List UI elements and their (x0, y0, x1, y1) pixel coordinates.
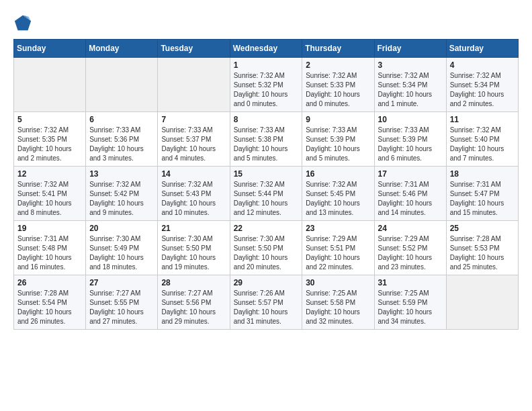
day-info: Sunrise: 7:32 AM Sunset: 5:41 PM Dayligh… (17, 180, 82, 218)
header-cell-friday: Friday (374, 40, 446, 58)
day-cell: 21Sunrise: 7:30 AM Sunset: 5:50 PM Dayli… (158, 221, 230, 275)
day-cell: 11Sunrise: 7:32 AM Sunset: 5:40 PM Dayli… (446, 112, 518, 167)
day-cell: 7Sunrise: 7:33 AM Sunset: 5:37 PM Daylig… (158, 112, 230, 167)
day-cell: 3Sunrise: 7:32 AM Sunset: 5:34 PM Daylig… (374, 58, 446, 112)
day-cell: 13Sunrise: 7:32 AM Sunset: 5:42 PM Dayli… (86, 167, 158, 221)
day-info: Sunrise: 7:30 AM Sunset: 5:50 PM Dayligh… (161, 234, 226, 272)
day-number: 26 (17, 278, 82, 287)
day-number: 28 (161, 278, 226, 287)
day-info: Sunrise: 7:27 AM Sunset: 5:55 PM Dayligh… (89, 289, 154, 326)
day-info: Sunrise: 7:32 AM Sunset: 5:32 PM Dayligh… (234, 71, 299, 109)
day-cell: 15Sunrise: 7:32 AM Sunset: 5:44 PM Dayli… (230, 167, 302, 221)
day-info: Sunrise: 7:32 AM Sunset: 5:33 PM Dayligh… (306, 71, 370, 109)
day-number: 17 (378, 169, 443, 179)
day-cell: 24Sunrise: 7:29 AM Sunset: 5:52 PM Dayli… (374, 221, 446, 275)
header-cell-saturday: Saturday (446, 40, 518, 58)
header-cell-sunday: Sunday (14, 40, 86, 58)
day-number: 29 (234, 278, 299, 287)
day-number: 20 (89, 224, 154, 233)
calendar-body: 1Sunrise: 7:32 AM Sunset: 5:32 PM Daylig… (14, 58, 519, 330)
day-cell (446, 275, 518, 330)
day-info: Sunrise: 7:30 AM Sunset: 5:49 PM Dayligh… (89, 234, 154, 272)
day-number: 4 (450, 60, 515, 70)
day-info: Sunrise: 7:30 AM Sunset: 5:50 PM Dayligh… (234, 234, 299, 272)
day-number: 21 (161, 224, 226, 233)
day-info: Sunrise: 7:32 AM Sunset: 5:45 PM Dayligh… (306, 180, 370, 218)
day-cell: 29Sunrise: 7:26 AM Sunset: 5:57 PM Dayli… (230, 275, 302, 330)
day-cell: 8Sunrise: 7:33 AM Sunset: 5:38 PM Daylig… (230, 112, 302, 167)
day-info: Sunrise: 7:32 AM Sunset: 5:34 PM Dayligh… (450, 71, 515, 109)
day-number: 24 (378, 224, 443, 233)
header-cell-thursday: Thursday (302, 40, 374, 58)
day-cell: 9Sunrise: 7:33 AM Sunset: 5:39 PM Daylig… (302, 112, 374, 167)
day-info: Sunrise: 7:33 AM Sunset: 5:38 PM Dayligh… (234, 126, 299, 163)
day-number: 13 (89, 169, 154, 179)
logo (13, 13, 35, 32)
day-info: Sunrise: 7:31 AM Sunset: 5:46 PM Dayligh… (378, 180, 443, 218)
day-number: 10 (378, 115, 443, 124)
week-row-5: 26Sunrise: 7:28 AM Sunset: 5:54 PM Dayli… (14, 275, 519, 330)
day-info: Sunrise: 7:32 AM Sunset: 5:43 PM Dayligh… (161, 180, 226, 218)
day-info: Sunrise: 7:31 AM Sunset: 5:47 PM Dayligh… (450, 180, 515, 218)
header (13, 13, 519, 32)
day-info: Sunrise: 7:32 AM Sunset: 5:44 PM Dayligh… (234, 180, 299, 218)
day-number: 14 (161, 169, 226, 179)
day-number: 25 (450, 224, 515, 233)
day-cell: 12Sunrise: 7:32 AM Sunset: 5:41 PM Dayli… (14, 167, 86, 221)
day-cell (14, 58, 86, 112)
day-info: Sunrise: 7:33 AM Sunset: 5:39 PM Dayligh… (306, 126, 370, 163)
day-number: 6 (89, 115, 154, 124)
header-cell-wednesday: Wednesday (230, 40, 302, 58)
day-info: Sunrise: 7:33 AM Sunset: 5:39 PM Dayligh… (378, 126, 443, 163)
day-info: Sunrise: 7:28 AM Sunset: 5:53 PM Dayligh… (450, 234, 515, 272)
day-number: 5 (17, 115, 82, 124)
day-cell: 26Sunrise: 7:28 AM Sunset: 5:54 PM Dayli… (14, 275, 86, 330)
day-cell: 18Sunrise: 7:31 AM Sunset: 5:47 PM Dayli… (446, 167, 518, 221)
day-cell: 16Sunrise: 7:32 AM Sunset: 5:45 PM Dayli… (302, 167, 374, 221)
day-number: 8 (234, 115, 299, 124)
day-cell: 5Sunrise: 7:32 AM Sunset: 5:35 PM Daylig… (14, 112, 86, 167)
day-info: Sunrise: 7:29 AM Sunset: 5:51 PM Dayligh… (306, 234, 370, 272)
header-cell-tuesday: Tuesday (158, 40, 230, 58)
header-row: SundayMondayTuesdayWednesdayThursdayFrid… (14, 40, 519, 58)
day-cell: 27Sunrise: 7:27 AM Sunset: 5:55 PM Dayli… (86, 275, 158, 330)
day-cell: 2Sunrise: 7:32 AM Sunset: 5:33 PM Daylig… (302, 58, 374, 112)
day-number: 2 (306, 60, 370, 70)
day-cell: 28Sunrise: 7:27 AM Sunset: 5:56 PM Dayli… (158, 275, 230, 330)
day-number: 12 (17, 169, 82, 179)
day-number: 18 (450, 169, 515, 179)
day-cell: 14Sunrise: 7:32 AM Sunset: 5:43 PM Dayli… (158, 167, 230, 221)
day-cell: 10Sunrise: 7:33 AM Sunset: 5:39 PM Dayli… (374, 112, 446, 167)
day-number: 22 (234, 224, 299, 233)
day-cell: 6Sunrise: 7:33 AM Sunset: 5:36 PM Daylig… (86, 112, 158, 167)
day-number: 23 (306, 224, 370, 233)
day-number: 1 (234, 60, 299, 70)
day-info: Sunrise: 7:33 AM Sunset: 5:37 PM Dayligh… (161, 126, 226, 163)
day-number: 19 (17, 224, 82, 233)
day-number: 11 (450, 115, 515, 124)
day-info: Sunrise: 7:25 AM Sunset: 5:59 PM Dayligh… (378, 289, 443, 326)
day-cell: 23Sunrise: 7:29 AM Sunset: 5:51 PM Dayli… (302, 221, 374, 275)
day-cell: 17Sunrise: 7:31 AM Sunset: 5:46 PM Dayli… (374, 167, 446, 221)
day-cell: 20Sunrise: 7:30 AM Sunset: 5:49 PM Dayli… (86, 221, 158, 275)
day-info: Sunrise: 7:31 AM Sunset: 5:48 PM Dayligh… (17, 234, 82, 272)
week-row-4: 19Sunrise: 7:31 AM Sunset: 5:48 PM Dayli… (14, 221, 519, 275)
logo-icon (13, 13, 32, 32)
day-cell: 19Sunrise: 7:31 AM Sunset: 5:48 PM Dayli… (14, 221, 86, 275)
day-cell: 25Sunrise: 7:28 AM Sunset: 5:53 PM Dayli… (446, 221, 518, 275)
day-info: Sunrise: 7:32 AM Sunset: 5:42 PM Dayligh… (89, 180, 154, 218)
day-info: Sunrise: 7:25 AM Sunset: 5:58 PM Dayligh… (306, 289, 370, 326)
day-info: Sunrise: 7:32 AM Sunset: 5:40 PM Dayligh… (450, 126, 515, 163)
day-number: 3 (378, 60, 443, 70)
day-info: Sunrise: 7:32 AM Sunset: 5:35 PM Dayligh… (17, 126, 82, 163)
day-number: 30 (306, 278, 370, 287)
day-number: 31 (378, 278, 443, 287)
day-cell (158, 58, 230, 112)
day-info: Sunrise: 7:26 AM Sunset: 5:57 PM Dayligh… (234, 289, 299, 326)
week-row-3: 12Sunrise: 7:32 AM Sunset: 5:41 PM Dayli… (14, 167, 519, 221)
header-cell-monday: Monday (86, 40, 158, 58)
page: SundayMondayTuesdayWednesdayThursdayFrid… (0, 0, 532, 336)
week-row-2: 5Sunrise: 7:32 AM Sunset: 5:35 PM Daylig… (14, 112, 519, 167)
day-number: 27 (89, 278, 154, 287)
calendar-table: SundayMondayTuesdayWednesdayThursdayFrid… (13, 39, 519, 330)
